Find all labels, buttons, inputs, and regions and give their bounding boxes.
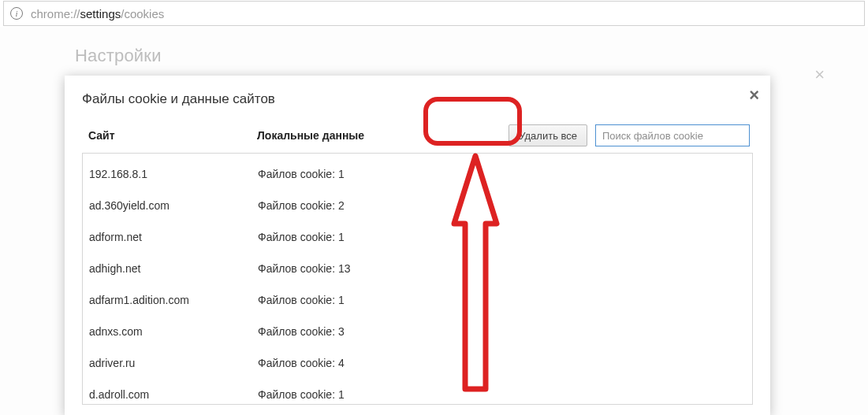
info-icon[interactable]: i xyxy=(10,7,23,20)
table-row[interactable]: adform.netФайлов cookie: 1 xyxy=(83,221,752,253)
cell-local: Файлов cookie: 3 xyxy=(258,325,345,338)
close-icon[interactable]: × xyxy=(814,65,825,85)
cell-site: adnxs.com xyxy=(89,325,258,338)
table-row[interactable]: adhigh.netФайлов cookie: 13 xyxy=(83,253,752,284)
cell-site: adriver.ru xyxy=(89,357,258,369)
cell-site: adhigh.net xyxy=(89,262,258,275)
cell-local: Файлов cookie: 2 xyxy=(258,199,345,212)
page-title: Настройки xyxy=(75,46,162,66)
table-row[interactable]: adriver.ruФайлов cookie: 4 xyxy=(83,347,752,379)
cell-site: adform.net xyxy=(89,231,258,243)
address-url: chrome://settings/cookies xyxy=(31,7,164,20)
cookies-dialog: × Файлы cookie и данные сайтов Сайт Лока… xyxy=(65,76,770,415)
table-row[interactable]: ad.360yield.comФайлов cookie: 2 xyxy=(83,190,752,221)
search-input[interactable] xyxy=(595,124,750,146)
col-header-local: Локальные данные xyxy=(257,129,446,142)
cell-local: Файлов cookie: 4 xyxy=(258,357,345,369)
table-row[interactable]: d.adroll.comФайлов cookie: 1 xyxy=(83,379,752,404)
cookie-list: 192.168.8.1Файлов cookie: 1ad.360yield.c… xyxy=(82,153,753,405)
cell-site: 192.168.8.1 xyxy=(89,168,258,180)
dialog-header-row: Сайт Локальные данные Удалить все xyxy=(82,124,753,146)
table-row[interactable]: adnxs.comФайлов cookie: 3 xyxy=(83,316,752,347)
address-bar[interactable]: i chrome://settings/cookies xyxy=(3,1,865,26)
cell-site: adfarm1.adition.com xyxy=(89,294,258,306)
cell-local: Файлов cookie: 1 xyxy=(258,231,345,243)
remove-all-button[interactable]: Удалить все xyxy=(509,124,587,146)
col-header-site: Сайт xyxy=(85,129,257,142)
cell-site: ad.360yield.com xyxy=(89,199,258,212)
cell-local: Файлов cookie: 1 xyxy=(258,168,345,180)
table-row[interactable]: 192.168.8.1Файлов cookie: 1 xyxy=(83,158,752,190)
cell-local: Файлов cookie: 1 xyxy=(258,294,345,306)
table-row[interactable]: adfarm1.adition.comФайлов cookie: 1 xyxy=(83,284,752,316)
dialog-title: Файлы cookie и данные сайтов xyxy=(82,91,753,107)
cell-local: Файлов cookie: 13 xyxy=(258,262,351,275)
cell-site: d.adroll.com xyxy=(89,388,258,401)
cookie-list-body[interactable]: 192.168.8.1Файлов cookie: 1ad.360yield.c… xyxy=(83,154,752,404)
cell-local: Файлов cookie: 1 xyxy=(258,388,345,401)
close-icon[interactable]: × xyxy=(749,85,759,106)
page-body: Настройки × × Файлы cookie и данные сайт… xyxy=(0,27,868,415)
